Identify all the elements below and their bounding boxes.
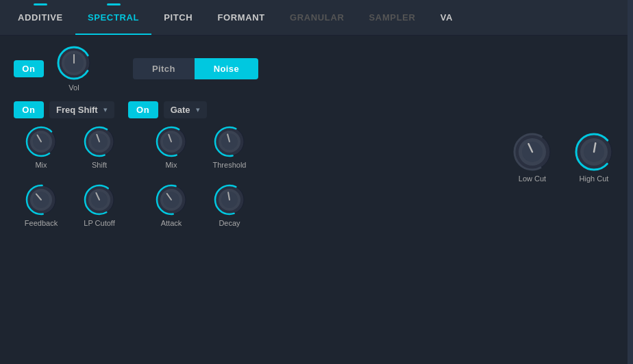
cut-knobs: Low Cut High Cut <box>507 118 619 183</box>
tab-bar: ADDITIVE SPECTRAL PITCH FORMANT GRANULAR… <box>0 0 633 36</box>
vol-knob-label: Vol <box>69 83 79 92</box>
attack-knob-container: Attack <box>149 183 193 245</box>
tab-additive[interactable]: ADDITIVE <box>5 0 75 35</box>
lp-cutoff-knob-container: LP Cutoff <box>74 183 125 245</box>
tab-pitch[interactable]: PITCH <box>151 0 205 35</box>
high-cut-knob-container: High Cut <box>574 132 614 183</box>
threshold-label: Threshold <box>213 161 247 169</box>
row3: Mix Shift <box>14 125 619 245</box>
tab-sampler[interactable]: SAMPLER <box>357 0 428 35</box>
row2: On Freq Shift ▾ On Gate ▾ <box>14 101 619 118</box>
threshold-knob[interactable] <box>213 125 246 158</box>
shift-knob[interactable] <box>83 125 116 158</box>
freq-shift-label: Freq Shift <box>56 105 98 115</box>
low-cut-label: Low Cut <box>519 174 546 183</box>
on-button-freq[interactable]: On <box>14 101 44 118</box>
main-content: On Vol Pitch Noise <box>0 36 633 364</box>
lp-cutoff-label: LP Cutoff <box>84 219 114 227</box>
mix1-label: Mix <box>35 161 47 169</box>
attack-label: Attack <box>161 219 182 227</box>
decay-label: Decay <box>219 219 240 227</box>
feedback-label: Feedback <box>25 219 58 227</box>
on-button-main[interactable]: On <box>14 60 44 77</box>
tab-formant[interactable]: FORMANT <box>205 0 277 35</box>
tab-va[interactable]: VA <box>428 0 465 35</box>
high-cut-label: High Cut <box>580 174 609 183</box>
decay-knob-container: Decay <box>204 183 255 245</box>
shift-label: Shift <box>92 161 107 169</box>
threshold-knob-container: Threshold <box>204 125 255 183</box>
tab-spectral[interactable]: SPECTRAL <box>75 0 151 35</box>
mix2-label: Mix <box>165 161 177 169</box>
vol-knob-container: Vol <box>56 45 92 92</box>
pitch-button[interactable]: Pitch <box>133 58 195 79</box>
app-container: ADDITIVE SPECTRAL PITCH FORMANT GRANULAR… <box>0 0 633 364</box>
mix1-knob[interactable] <box>25 125 58 158</box>
gate-dropdown-arrow[interactable]: ▾ <box>196 105 200 114</box>
row1: On Vol Pitch Noise <box>14 45 619 92</box>
freq-shift-knobs: Mix Shift <box>14 125 130 245</box>
low-cut-knob-container: Low Cut <box>512 132 552 183</box>
vol-knob[interactable] <box>56 45 92 81</box>
freq-shift-group: On Freq Shift ▾ <box>14 101 114 118</box>
freq-shift-selector: Freq Shift ▾ <box>49 101 114 118</box>
right-border <box>628 0 633 364</box>
decay-knob[interactable] <box>213 183 246 216</box>
freq-shift-dropdown-arrow[interactable]: ▾ <box>103 105 108 114</box>
low-cut-knob[interactable] <box>512 132 552 172</box>
gate-group: On Gate ▾ <box>128 101 207 118</box>
feedback-knob[interactable] <box>25 183 58 216</box>
noise-button[interactable]: Noise <box>195 58 258 79</box>
gate-label: Gate <box>171 105 190 115</box>
tab-granular[interactable]: GRANULAR <box>277 0 357 35</box>
pitch-noise-toggle: Pitch Noise <box>133 58 258 79</box>
high-cut-knob[interactable] <box>574 132 614 172</box>
lp-cutoff-knob[interactable] <box>83 183 116 216</box>
gate-selector: Gate ▾ <box>164 101 207 118</box>
mix1-knob-container: Mix <box>19 125 63 183</box>
shift-knob-container: Shift <box>74 125 125 183</box>
mix2-knob[interactable] <box>155 125 188 158</box>
gate-knobs: Mix Threshold <box>144 125 260 245</box>
mix2-knob-container: Mix <box>149 125 193 183</box>
feedback-knob-container: Feedback <box>19 183 63 245</box>
on-button-gate[interactable]: On <box>128 101 158 118</box>
attack-knob[interactable] <box>155 183 188 216</box>
